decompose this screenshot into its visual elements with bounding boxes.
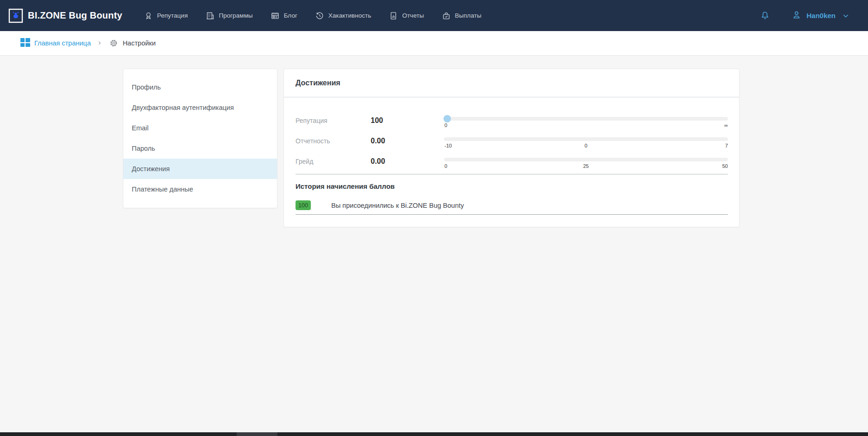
payout-icon	[442, 11, 451, 20]
medal-icon	[144, 11, 153, 20]
history-title: История начисления баллов	[296, 182, 728, 190]
main-nav: Репутация Программы	[144, 11, 482, 20]
slider-track	[444, 158, 728, 161]
user-icon	[791, 10, 802, 22]
reporting-slider[interactable]: -10 0 7	[444, 137, 728, 149]
report-icon	[389, 11, 398, 20]
nav-right: Han0ken	[760, 10, 849, 22]
metric-label: Репутация	[296, 117, 371, 124]
sidebar-item-label: Профиль	[132, 83, 161, 91]
nav-item-label: Хакактивность	[328, 12, 371, 19]
metric-value: 0.00	[371, 137, 444, 145]
screen-bottom-edge	[0, 432, 868, 436]
slider-mid-label: 25	[583, 163, 589, 169]
sidebar-item-email[interactable]: Email	[123, 118, 277, 138]
breadcrumb-separator: ›	[96, 38, 105, 48]
slider-max-label: 50	[722, 163, 728, 169]
building-icon	[206, 11, 215, 20]
page-content: Профиль Двухфакторная аутентификация Ema…	[0, 56, 868, 432]
points-badge: 100	[296, 200, 311, 210]
user-menu[interactable]: Han0ken	[791, 10, 849, 22]
nav-item-label: Блог	[284, 12, 297, 19]
logo-bug-icon	[8, 8, 23, 23]
screen-bottom-edge-segment	[237, 432, 277, 436]
gear-icon	[109, 38, 118, 48]
slider-min-label: -10	[444, 143, 452, 148]
panel-title: Достижения	[296, 79, 341, 87]
history-icon	[315, 11, 324, 20]
history-entry: 100 Вы присоединились к Bi.ZONE Bug Boun…	[296, 200, 728, 215]
breadcrumb: Главная страница › Настройки	[0, 31, 868, 56]
nav-item-label: Выплаты	[455, 12, 482, 19]
nav-item-programs[interactable]: Программы	[206, 11, 253, 20]
user-name: Han0ken	[806, 12, 836, 19]
nav-item-hackactivity[interactable]: Хакактивность	[315, 11, 371, 20]
sidebar-item-label: Достижения	[132, 165, 170, 173]
slider-min-label: 0	[444, 122, 447, 128]
sidebar-item-label: Двухфакторная аутентификация	[132, 104, 234, 111]
nav-item-payouts[interactable]: Выплаты	[442, 11, 482, 20]
sidebar-item-label: Email	[132, 124, 148, 132]
nav-item-label: Репутация	[157, 12, 188, 19]
panel-body: Репутация 100 0 ∞ Отчетность 0.00 -10 0	[284, 98, 739, 227]
settings-sidebar: Профиль Двухфакторная аутентификация Ema…	[123, 69, 277, 208]
breadcrumb-home-link[interactable]: Главная страница	[20, 38, 91, 49]
nav-item-label: Отчеты	[402, 12, 424, 19]
nav-item-label: Программы	[219, 12, 253, 19]
slider-mid-label: 0	[585, 143, 587, 148]
sidebar-item-2fa[interactable]: Двухфакторная аутентификация	[123, 97, 277, 118]
top-navbar: BI.ZONE Bug Bounty Репутация	[0, 0, 868, 31]
notifications-bell-icon[interactable]	[760, 11, 770, 21]
sidebar-item-label: Платежные данные	[132, 186, 193, 193]
section-divider	[296, 174, 728, 174]
metric-row-grade: Грейд 0.00 0 25 50	[296, 151, 728, 172]
metric-value: 0.00	[371, 157, 444, 166]
chevron-down-icon	[842, 12, 849, 19]
nav-item-reports[interactable]: Отчеты	[389, 11, 424, 20]
slider-handle[interactable]	[444, 115, 451, 122]
slider-min-label: 0	[444, 163, 447, 169]
logo-text: BI.ZONE Bug Bounty	[28, 10, 122, 21]
nav-item-reputation[interactable]: Репутация	[144, 11, 188, 20]
slider-track	[444, 137, 728, 141]
metric-row-reputation: Репутация 100 0 ∞	[296, 110, 728, 131]
breadcrumb-home-label: Главная страница	[34, 39, 91, 47]
slider-track	[444, 117, 728, 121]
slider-max-label: 7	[725, 143, 728, 148]
sidebar-item-achievements[interactable]: Достижения	[123, 159, 277, 179]
nav-item-blog[interactable]: Блог	[270, 11, 297, 20]
panel-header: Достижения	[284, 69, 739, 98]
metric-value: 100	[371, 116, 444, 125]
breadcrumb-current-label: Настройки	[122, 39, 155, 47]
sidebar-item-label: Пароль	[132, 145, 155, 152]
sidebar-item-password[interactable]: Пароль	[123, 138, 277, 159]
metric-label: Отчетность	[296, 137, 371, 145]
slider-max-label: ∞	[724, 122, 728, 128]
metric-row-reporting: Отчетность 0.00 -10 0 7	[296, 131, 728, 151]
metric-label: Грейд	[296, 158, 371, 165]
logo[interactable]: BI.ZONE Bug Bounty	[8, 8, 122, 23]
achievements-panel: Достижения Репутация 100 0 ∞ Отчетность …	[283, 69, 739, 227]
blog-icon	[270, 11, 280, 20]
breadcrumb-current: Настройки	[109, 38, 155, 48]
grade-slider[interactable]: 0 25 50	[444, 158, 728, 170]
sidebar-item-profile[interactable]: Профиль	[123, 77, 277, 97]
dashboard-grid-icon	[20, 38, 30, 49]
reputation-slider[interactable]: 0 ∞	[444, 117, 728, 129]
history-entry-text: Вы присоединились к Bi.ZONE Bug Bounty	[331, 202, 464, 209]
sidebar-item-payment-data[interactable]: Платежные данные	[123, 179, 277, 199]
